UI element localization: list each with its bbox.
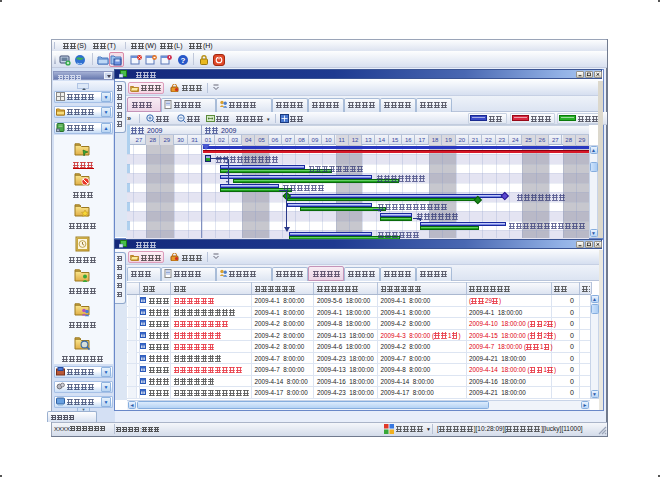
- svg-text:?: ?: [181, 56, 186, 65]
